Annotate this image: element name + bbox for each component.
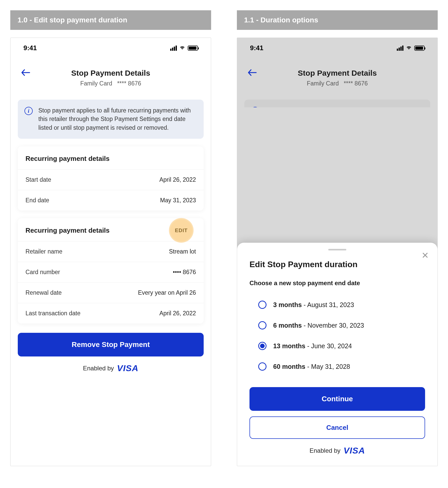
radio-icon [258,321,266,329]
row-value: Stream lot [169,248,196,255]
info-text: Stop payment applies to all future recur… [38,106,197,132]
close-icon[interactable]: ✕ [421,251,429,260]
status-bar: 9:41 [237,38,437,55]
row-label: Retailer name [25,248,62,255]
duration-option-3-months[interactable]: 3 months - August 31, 2023 [258,294,425,315]
info-banner: i Stop payment applies to all future rec… [244,100,430,107]
card-dates-title: Recurring payment details [18,146,204,169]
wifi-icon [406,44,412,52]
sheet-subtitle: Choose a new stop payment end date [249,280,425,287]
table-row[interactable]: End date May 31, 2023 [18,190,204,211]
info-banner: i Stop payment applies to all future rec… [18,100,204,139]
enabled-by-label: Enabled by [309,447,340,454]
enabled-by-label: Enabled by [83,365,114,372]
table-row: Card number •••• 8676 [18,262,204,282]
back-arrow-icon[interactable] [21,69,30,77]
battery-icon [188,46,198,51]
screen-header-left: 1.0 - Edit stop payment duration [10,10,211,30]
duration-option-60-months[interactable]: 60 months - May 31, 2028 [258,356,425,377]
status-time: 9:41 [23,44,37,52]
page-subtitle: Family Card **** 8676 [245,80,430,87]
row-value: Every year on April 26 [138,289,196,296]
duration-sheet: ✕ Edit Stop Payment duration Choose a ne… [237,243,437,466]
row-value: •••• 8676 [173,269,196,276]
row-label: Start date [25,176,51,183]
page-title: Stop Payment Details [245,69,430,77]
row-label: Last transaction date [25,310,81,317]
status-time: 9:41 [250,44,263,52]
battery-icon [414,46,425,51]
table-row: Start date April 26, 2022 [18,169,204,190]
enabled-by: Enabled by VISA [18,363,204,373]
duration-option-6-months[interactable]: 6 months - November 30, 2023 [258,315,425,336]
option-label: 13 months - June 30, 2024 [273,342,352,350]
cellular-icon [170,46,177,51]
enabled-by: Enabled by VISA [249,446,425,456]
visa-logo: VISA [343,446,365,456]
row-label: Card number [25,269,60,276]
page-title: Stop Payment Details [18,69,203,77]
edit-badge[interactable]: EDIT [169,218,194,243]
table-row: Retailer name Stream lot [18,241,204,262]
row-value: May 31, 2023 [160,197,196,204]
remove-stop-payment-button[interactable]: Remove Stop Payment [18,333,204,356]
radio-icon [258,362,266,371]
row-value: April 26, 2022 [159,310,196,317]
back-arrow-icon [247,69,257,77]
screen-header-right: 1.1 - Duration options [237,10,438,30]
radio-icon [258,301,266,309]
row-label: Renewal date [25,289,62,296]
table-row: Last transaction date April 26, 2022 [18,303,204,324]
table-row: Renewal date Every year on April 26 [18,282,204,303]
row-label: End date [25,197,49,204]
continue-button[interactable]: Continue [249,387,425,411]
phone-frame-right: 9:41 Stop Payment Details [237,38,438,466]
wifi-icon [179,44,186,52]
radio-icon [258,342,266,350]
option-label: 3 months - August 31, 2023 [273,301,354,309]
phone-frame-left: 9:41 Stop Payment Details Family Card **… [10,38,211,466]
duration-options: 3 months - August 31, 2023 6 months - No… [249,294,425,377]
sheet-title: Edit Stop Payment duration [249,260,425,269]
visa-logo: VISA [117,363,138,373]
sheet-handle[interactable] [328,249,346,250]
info-icon: i [251,107,259,107]
info-icon: i [24,107,33,115]
option-label: 60 months - May 31, 2028 [273,363,350,370]
status-bar: 9:41 [11,38,211,55]
duration-option-13-months[interactable]: 13 months - June 30, 2024 [258,336,425,356]
option-label: 6 months - November 30, 2023 [273,322,364,329]
row-value: April 26, 2022 [159,176,196,183]
cancel-button[interactable]: Cancel [249,416,425,439]
info-text: Stop payment applies to all future recur… [265,106,424,107]
page-subtitle: Family Card **** 8676 [18,80,203,87]
cellular-icon [397,46,403,51]
card-dates: Recurring payment details Start date Apr… [18,146,204,211]
